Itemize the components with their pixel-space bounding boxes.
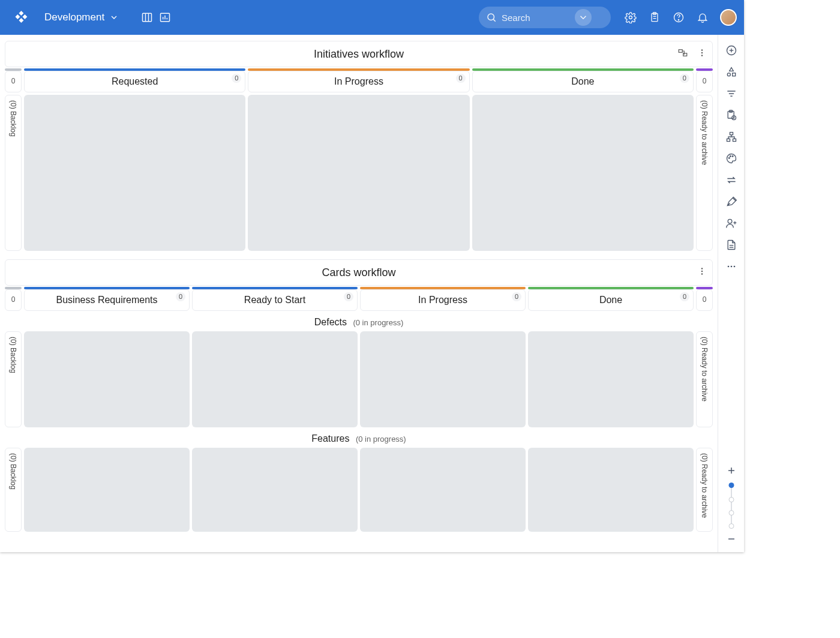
- svg-point-13: [629, 16, 632, 19]
- dropzones-row: (0) Backlog (0) Ready to archive: [5, 95, 713, 251]
- rail-design-icon[interactable]: [724, 194, 739, 209]
- backlog-lane[interactable]: (0) Backlog: [5, 331, 22, 427]
- search-input[interactable]: [497, 13, 575, 23]
- svg-rect-33: [733, 139, 736, 141]
- backlog-lane[interactable]: (0) Backlog: [5, 95, 22, 251]
- clipboard-icon[interactable]: [648, 11, 661, 24]
- svg-rect-0: [20, 11, 23, 15]
- dropzone[interactable]: [360, 448, 526, 532]
- backlog-lane[interactable]: (0) Backlog: [5, 448, 22, 532]
- column-header-done[interactable]: Done0: [472, 71, 694, 92]
- dropzones-row-features: (0) Backlog (0) Ready to archive: [5, 448, 713, 532]
- rail-more-icon[interactable]: [724, 259, 739, 274]
- chevron-down-icon: [109, 13, 119, 22]
- zoom-in-icon[interactable]: [724, 463, 739, 478]
- archive-header[interactable]: 0: [696, 71, 713, 92]
- chevron-down-icon: [578, 12, 589, 23]
- rail-palette-icon[interactable]: [724, 151, 739, 166]
- svg-line-12: [493, 19, 495, 21]
- board-canvas: Initiatives workflow 0 Requested0 In Pro…: [0, 35, 718, 552]
- svg-rect-31: [730, 133, 733, 135]
- archive-lane[interactable]: (0) Ready to archive: [696, 95, 713, 251]
- settings-icon[interactable]: [624, 11, 637, 24]
- analytics-view-icon[interactable]: [158, 11, 172, 24]
- dropzone[interactable]: [192, 448, 358, 532]
- svg-point-55: [701, 273, 703, 274]
- column-header-done[interactable]: Done0: [528, 289, 694, 311]
- svg-point-19: [678, 20, 679, 20]
- column-header-requested[interactable]: Requested0: [24, 71, 245, 92]
- search-box[interactable]: [479, 7, 611, 28]
- column-headers-row: 0 Requested0 In Progress0 Done0 0: [5, 71, 713, 92]
- app-logo-icon[interactable]: [13, 10, 28, 25]
- svg-point-44: [733, 266, 735, 268]
- zoom-slider[interactable]: [731, 484, 732, 526]
- dropzone-done[interactable]: [472, 95, 694, 251]
- dropzone[interactable]: [528, 448, 694, 532]
- rail-shapes-icon[interactable]: [724, 65, 739, 79]
- dropzone[interactable]: [24, 448, 190, 532]
- svg-point-53: [701, 268, 703, 269]
- workflow-map-icon[interactable]: [677, 47, 688, 61]
- archive-lane[interactable]: (0) Ready to archive: [696, 331, 713, 427]
- swimlane-title-defects[interactable]: Defects (0 in progress): [5, 317, 713, 328]
- svg-rect-32: [727, 139, 730, 141]
- help-icon[interactable]: [672, 11, 685, 24]
- backlog-header[interactable]: 0: [5, 71, 22, 92]
- workflow-header-cards: Cards workflow: [5, 259, 713, 286]
- zoom-tick: [728, 523, 734, 529]
- svg-point-43: [730, 266, 732, 268]
- rail-hierarchy-icon[interactable]: [724, 130, 739, 144]
- archive-lane[interactable]: (0) Ready to archive: [696, 448, 713, 532]
- swimlane-title-features[interactable]: Features (0 in progress): [5, 433, 713, 444]
- svg-rect-3: [20, 19, 23, 22]
- rail-swap-icon[interactable]: [724, 173, 739, 187]
- dropzone[interactable]: [24, 331, 190, 427]
- app-root: Development: [0, 0, 744, 552]
- dropzone[interactable]: [360, 331, 526, 427]
- rail-clipboard-clock-icon[interactable]: [724, 108, 739, 122]
- dropzone-requested[interactable]: [24, 95, 245, 251]
- svg-point-11: [488, 14, 494, 20]
- column-header-in-progress[interactable]: In Progress0: [360, 289, 526, 311]
- rail-page-icon[interactable]: [724, 238, 739, 252]
- rail-filter-icon[interactable]: [724, 86, 739, 101]
- svg-rect-48: [679, 50, 682, 53]
- search-icon: [486, 12, 497, 23]
- search-scope-dropdown[interactable]: [575, 9, 592, 26]
- column-header-business-requirements[interactable]: Business Requirements0: [24, 289, 190, 311]
- topbar-right-icons: [624, 9, 737, 26]
- backlog-header[interactable]: 0: [5, 289, 22, 311]
- svg-point-42: [727, 266, 729, 268]
- dropzone-in-progress[interactable]: [248, 95, 469, 251]
- workflow-more-icon[interactable]: [697, 266, 707, 279]
- dropzone[interactable]: [192, 331, 358, 427]
- column-header-in-progress[interactable]: In Progress0: [248, 71, 469, 92]
- column-header-ready-to-start[interactable]: Ready to Start0: [192, 289, 358, 311]
- zoom-out-icon[interactable]: [724, 532, 739, 546]
- svg-point-37: [728, 219, 732, 223]
- svg-point-36: [732, 155, 733, 157]
- zoom-level-current: [728, 483, 734, 488]
- svg-point-52: [701, 55, 703, 56]
- rail-add-icon[interactable]: [724, 43, 739, 58]
- right-rail: [718, 35, 744, 552]
- topbar: Development: [0, 0, 744, 35]
- archive-header[interactable]: 0: [696, 289, 713, 311]
- svg-point-50: [701, 49, 703, 50]
- dropzone[interactable]: [528, 331, 694, 427]
- workspace-picker[interactable]: Development: [38, 8, 125, 27]
- svg-point-23: [727, 73, 730, 76]
- column-headers-row: 0 Business Requirements0 Ready to Start0…: [5, 289, 713, 311]
- rail-invite-icon[interactable]: [724, 216, 739, 230]
- workflow-more-icon[interactable]: [697, 47, 707, 61]
- user-avatar[interactable]: [720, 9, 737, 26]
- workflow-title: Initiatives workflow: [314, 48, 404, 61]
- workflow-title: Cards workflow: [322, 266, 395, 279]
- board-view-icon[interactable]: [140, 11, 154, 24]
- svg-point-35: [730, 155, 731, 157]
- svg-point-54: [701, 271, 703, 272]
- notifications-icon[interactable]: [696, 11, 709, 24]
- zoom-tick: [728, 497, 734, 502]
- zoom-control: [724, 463, 739, 546]
